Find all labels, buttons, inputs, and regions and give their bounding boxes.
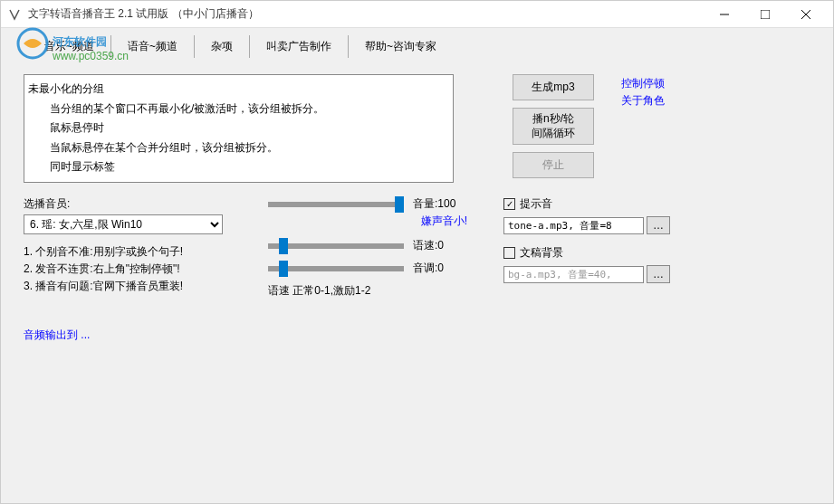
titlebar: 文字转语音播音王 2.1 试用版 （中小门店播音） [1,1,833,28]
menu-ads[interactable]: 叫卖广告制作 [250,35,349,58]
text-line: 当分组的某个窗口不再最小化/被激活时，该分组被拆分。 [50,100,449,119]
speed-label: 语速:0 [413,238,467,253]
text-line: 同时显示标签 [50,157,449,177]
volume-label: 音量:100 [413,196,467,212]
stop-button[interactable]: 停止 [513,152,594,178]
text-line: 未最小化的分组 [28,80,449,100]
text-line: 当鼠标悬停在某个合并分组时，该分组被拆分。 [50,138,449,158]
pitch-slider[interactable] [268,266,404,271]
app-icon [8,7,23,22]
tips-list: 1. 个别音不准:用别字或换个句子! 2. 发音不连贯:右上角"控制停顿"! 3… [24,243,259,296]
main-textarea[interactable]: 未最小化的分组 当分组的某个窗口不再最小化/被激活时，该分组被拆分。 鼠标悬停时… [24,74,454,183]
tone-file-input[interactable] [503,217,644,234]
tip-line: 1. 个别音不准:用别字或换个句子! [24,243,259,261]
window-title: 文字转语音播音王 2.1 试用版 （中小门店播音） [28,6,704,22]
menu-misc[interactable]: 杂项 [195,35,250,58]
pitch-label: 音调:0 [413,261,467,276]
about-role-link[interactable]: 关于角色 [621,93,665,109]
tone-checkbox[interactable]: ✓ [503,198,515,210]
generate-mp3-button[interactable]: 生成mp3 [513,74,594,100]
bg-browse-button[interactable]: … [647,265,670,283]
speed-slider[interactable] [268,243,404,249]
close-button[interactable] [785,1,826,28]
tip-line: 3. 播音有问题:官网下播音员重装! [24,278,259,295]
tip-line: 2. 发音不连贯:右上角"控制停顿"! [24,261,259,278]
volume-slider[interactable] [268,202,404,207]
text-line: 鼠标悬停时 [50,119,449,138]
audio-output-link[interactable]: 音频输出到 ... [24,328,259,343]
menu-help[interactable]: 帮助~咨询专家 [349,35,453,58]
minimize-button[interactable] [704,1,744,28]
volume-hint-link[interactable]: 嫌声音小! [421,214,467,227]
speed-range-text: 语速 正常0-1,激励1-2 [268,283,494,299]
tone-browse-button[interactable]: … [647,216,670,234]
bg-label: 文稿背景 [520,245,563,261]
tone-label: 提示音 [520,196,552,212]
loop-play-button[interactable]: 播n秒/轮 间隔循环 [513,108,594,145]
announcer-label: 选播音员: [24,196,259,212]
pause-control-link[interactable]: 控制停顿 [621,76,665,91]
menubar: 音乐~频道 语音~频道 杂项 叫卖广告制作 帮助~咨询专家 [1,28,833,65]
menu-music[interactable]: 音乐~频道 [28,35,111,58]
svg-rect-4 [761,10,770,19]
bg-file-input[interactable] [503,266,644,283]
menu-voice[interactable]: 语音~频道 [111,35,195,58]
announcer-select[interactable]: 6. 瑶: 女,六星,限 Win10 [24,214,223,234]
maximize-button[interactable] [744,1,785,28]
bg-checkbox[interactable] [503,247,515,259]
